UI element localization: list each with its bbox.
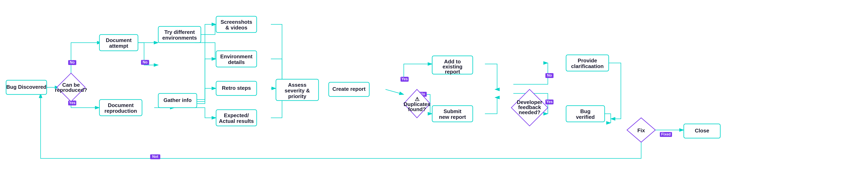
node-doc-attempt-label2: attempt: [109, 43, 128, 49]
edge-gather-to-expected: [195, 108, 216, 118]
node-fix-label: Fix: [637, 128, 645, 134]
edge-dev-no: [513, 63, 548, 84]
edge-reproduced-no-top: [71, 43, 101, 73]
node-clarify-label2: clarificaation: [571, 63, 603, 69]
node-bug-discovered-label: Bug Discovered: [6, 84, 46, 90]
node-bugverified-label1: Bug: [580, 108, 591, 114]
node-doc-attempt-label1: Document: [106, 37, 131, 43]
node-developer-feedback: Developer feedback needed?: [511, 89, 548, 126]
label-yes2: Yes: [401, 77, 408, 81]
node-bug-verified: Bug verified: [566, 106, 604, 122]
node-doc-repro-label2: reproduction: [104, 108, 137, 114]
node-screenshots: Screenshots & videos: [216, 16, 257, 32]
node-clarify-label1: Provide: [578, 57, 597, 63]
label-no4: No: [547, 73, 552, 77]
node-expected-actual: Expected/ Actual results: [216, 110, 257, 126]
node-bug-discovered: Bug Discovered: [6, 80, 46, 94]
label-yes: Yes: [69, 101, 75, 105]
node-assess-label2: severity &: [285, 87, 310, 94]
node-screenshots-label2: & videos: [225, 25, 247, 31]
node-doc-repro-label1: Document: [108, 102, 133, 108]
node-create-report-label: Create report: [332, 86, 366, 92]
node-reproduced-label2: reproduced?: [55, 87, 87, 93]
node-assess-label3: priority: [288, 93, 306, 99]
node-gather-info-label: Gather info: [163, 97, 192, 103]
node-assess-severity: Assess severity & priority: [276, 79, 318, 101]
node-try-different-environments: Try different environments: [158, 26, 201, 43]
node-environment-details: Environment details: [216, 51, 257, 67]
node-provide-clarification: Provide clarificaation: [566, 55, 609, 71]
node-bugverified-label2: verified: [576, 114, 595, 120]
node-envdetails-label2: details: [228, 59, 245, 65]
node-retro-label: Retro steps: [222, 85, 251, 91]
node-envdetails-label1: Environment: [220, 53, 253, 59]
node-screenshots-label1: Screenshots: [221, 19, 252, 25]
node-submit-label2: new report: [439, 114, 466, 120]
node-try-diff-label2: environments: [162, 35, 197, 41]
edge-try-to-envdetails: [195, 43, 216, 59]
node-document-attempt: Document attempt: [99, 34, 138, 51]
label-no-mid: No: [143, 60, 148, 64]
node-assess-label1: Assess: [288, 82, 306, 88]
label-not: Not: [152, 155, 158, 159]
label-yes3: Yes: [546, 100, 553, 104]
node-submit-label1: Submit: [443, 108, 461, 114]
node-retro-steps: Retro steps: [216, 81, 257, 95]
node-expected-label1: Expected/: [224, 112, 249, 118]
node-devfeed-label3: needed?: [519, 109, 540, 115]
node-can-be-reproduced: Can be reproduced?: [55, 73, 87, 102]
node-create-report: Create report: [329, 82, 369, 96]
node-close: Close: [684, 124, 720, 138]
node-add-existing-label3: report: [445, 69, 460, 75]
node-fix: Fix: [627, 118, 655, 142]
node-expected-label2: Actual results: [219, 118, 254, 124]
node-submit-new-report: Submit new report: [432, 106, 473, 122]
edge-create-to-duplicates: [385, 89, 404, 94]
label-no-top: No: [70, 60, 75, 64]
node-document-reproduction: Document reproduction: [99, 100, 142, 116]
node-close-label: Close: [695, 128, 709, 134]
edge-add-to-devfeedback: [485, 64, 497, 89]
node-dup-label2: found?: [408, 106, 426, 112]
edge-submit-to-devfeedback: [485, 98, 497, 114]
edge-gather-to-envdetails: [195, 59, 216, 102]
label-fixed: Fixed: [661, 132, 671, 136]
node-gather-info: Gather info: [158, 93, 197, 108]
node-add-to-existing: Add to existing report: [432, 56, 473, 75]
node-try-diff-label1: Try different: [164, 29, 195, 35]
